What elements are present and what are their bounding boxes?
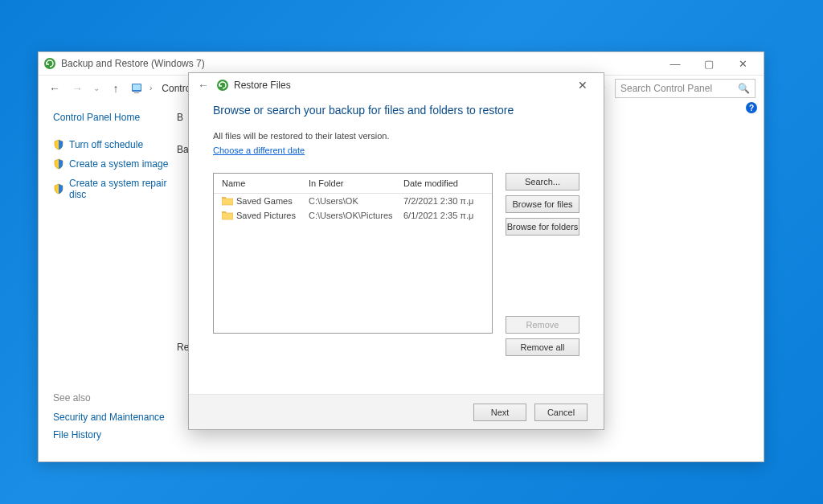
side-buttons: Search... Browse for files Browse for fo… [506,173,579,356]
svg-rect-2 [133,84,141,90]
app-icon [43,57,56,70]
browse-files-button[interactable]: Browse for files [506,195,579,213]
nav-up-icon[interactable]: ↑ [108,80,124,96]
title-controls: — ▢ ✕ [659,54,759,73]
cancel-button[interactable]: Cancel [534,404,588,421]
restore-files-dialog: ← Restore Files ✕ Browse or search your … [188,72,604,430]
col-date-header[interactable]: Date modified [403,178,485,188]
sidebar-item-turn-off-schedule[interactable]: Turn off schedule [53,139,170,150]
remove-button[interactable]: Remove [506,316,579,334]
dialog-back-icon[interactable]: ← [195,79,211,92]
svg-point-0 [44,58,55,69]
dialog-heading: Browse or search your backup for files a… [213,104,579,117]
dialog-close-button[interactable]: ✕ [568,79,597,92]
shield-icon [53,139,64,150]
control-panel-icon [130,82,143,95]
remove-all-button[interactable]: Remove all [506,338,579,356]
sidebar-item-label: Create a system repair disc [69,178,170,200]
file-list[interactable]: Name In Folder Date modified Saved Games… [213,173,493,334]
folder-icon [222,196,233,206]
dialog-title: Restore Files [234,80,291,91]
list-area: Name In Folder Date modified Saved Games… [213,173,579,356]
dialog-titlebar: ← Restore Files ✕ [189,73,604,97]
svg-rect-3 [134,92,139,93]
dialog-body: Browse or search your backup for files a… [189,97,604,394]
row-date: 6/1/2021 2:35 π.μ [403,211,485,220]
dialog-footer: Next Cancel [189,394,604,429]
restore-icon [216,79,229,92]
svg-rect-6 [222,211,226,213]
sidebar-item-label: Turn off schedule [69,139,143,150]
col-folder-header[interactable]: In Folder [309,178,403,188]
search-input[interactable]: Search Control Panel 🔍 [615,79,755,98]
nav-forward-icon[interactable]: → [69,80,85,96]
folder-icon [222,211,233,220]
search-placeholder: Search Control Panel [620,83,712,94]
see-also-header: See also [53,392,165,404]
search-button[interactable]: Search... [506,173,579,191]
recent-locations-icon[interactable]: ⌄ [93,84,100,92]
row-name: Saved Games [236,196,309,206]
search-icon: 🔍 [738,83,750,94]
chevron-right-icon: › [149,84,152,92]
control-panel-home-link[interactable]: Control Panel Home [53,112,170,123]
svg-rect-5 [222,197,226,199]
see-also-file-history[interactable]: File History [53,429,165,440]
row-folder: C:\Users\OK\Pictures [309,211,403,220]
minimize-button[interactable]: — [659,54,691,73]
see-also: See also Security and Maintenance File H… [53,392,165,447]
see-also-security[interactable]: Security and Maintenance [53,412,165,423]
next-button[interactable]: Next [473,404,526,421]
choose-date-link[interactable]: Choose a different date [213,145,305,155]
list-header: Name In Folder Date modified [214,174,492,194]
help-icon[interactable]: ? [746,102,757,113]
window-title: Backup and Restore (Windows 7) [61,58,205,69]
row-name: Saved Pictures [236,211,309,220]
row-date: 7/2/2021 2:30 π.μ [403,196,485,206]
nav-back-icon[interactable]: ← [47,80,63,96]
sidebar-item-create-system-image[interactable]: Create a system image [53,158,170,170]
list-item[interactable]: Saved Pictures C:\Users\OK\Pictures 6/1/… [214,208,492,223]
maximize-button[interactable]: ▢ [693,54,725,73]
svg-point-4 [217,80,228,91]
sidebar-item-label: Create a system image [69,158,168,170]
titlebar: Backup and Restore (Windows 7) — ▢ ✕ [39,52,764,75]
shield-icon [53,158,64,170]
browse-folders-button[interactable]: Browse for folders [506,218,579,236]
sidebar-item-create-repair-disc[interactable]: Create a system repair disc [53,178,170,200]
col-name-header[interactable]: Name [222,178,309,188]
row-folder: C:\Users\OK [309,196,403,206]
dialog-subtext: All files will be restored to their late… [213,131,579,141]
shield-icon [53,183,64,195]
close-button[interactable]: ✕ [727,54,759,73]
list-item[interactable]: Saved Games C:\Users\OK 7/2/2021 2:30 π.… [214,194,492,208]
left-pane: Control Panel Home Turn off schedule Cre… [39,100,177,461]
